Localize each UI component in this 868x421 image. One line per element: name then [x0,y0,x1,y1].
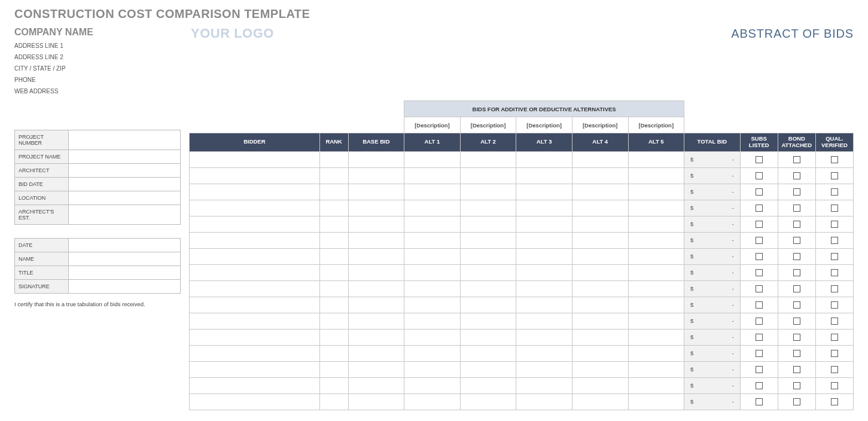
subs-listed-cell[interactable] [740,329,778,345]
alt5-cell[interactable] [628,167,684,184]
value-sign-date[interactable] [69,239,181,252]
alt4-cell[interactable] [572,393,628,410]
bond-attached-cell[interactable] [778,200,815,216]
alt3-cell[interactable] [516,393,572,410]
alt5-cell[interactable] [628,377,684,393]
bond-attached-cell[interactable] [778,151,815,167]
checkbox-icon[interactable] [756,269,763,276]
alt1-cell[interactable] [404,184,461,200]
checkbox-icon[interactable] [831,253,838,260]
checkbox-icon[interactable] [756,205,763,212]
bidder-cell[interactable] [190,313,320,329]
checkbox-icon[interactable] [756,188,763,196]
alt4-cell[interactable] [572,297,628,313]
value-project-number[interactable] [69,130,181,150]
checkbox-icon[interactable] [793,172,800,179]
alt3-cell[interactable] [516,329,572,345]
alt4-cell[interactable] [572,167,628,184]
alt5-cell[interactable] [628,184,684,200]
bond-attached-cell[interactable] [778,297,815,313]
value-architect[interactable] [69,164,181,178]
checkbox-icon[interactable] [756,398,763,405]
alt1-cell[interactable] [404,377,461,393]
checkbox-icon[interactable] [793,188,800,196]
alt5-cell[interactable] [628,280,684,297]
rank-cell[interactable] [319,393,348,410]
alt4-cell[interactable] [572,313,628,329]
checkbox-icon[interactable] [756,253,763,260]
bond-attached-cell[interactable] [778,167,815,184]
checkbox-icon[interactable] [756,285,763,292]
rank-cell[interactable] [319,280,348,297]
alt4-cell[interactable] [572,280,628,297]
subs-listed-cell[interactable] [740,345,778,361]
alt4-cell[interactable] [572,216,628,232]
checkbox-icon[interactable] [756,334,763,341]
checkbox-icon[interactable] [756,221,763,228]
alt2-cell[interactable] [460,313,516,329]
base-bid-cell[interactable] [348,200,404,216]
checkbox-icon[interactable] [831,188,838,196]
base-bid-cell[interactable] [348,151,404,167]
alt3-cell[interactable] [516,184,572,200]
rank-cell[interactable] [319,377,348,393]
alt4-desc[interactable]: [Description] [572,117,628,133]
alt5-cell[interactable] [628,232,684,248]
value-sign-signature[interactable] [69,280,181,294]
bond-attached-cell[interactable] [778,216,815,232]
alt5-cell[interactable] [628,345,684,361]
checkbox-icon[interactable] [756,156,763,163]
qual-verified-cell[interactable] [815,297,853,313]
alt2-cell[interactable] [460,297,516,313]
checkbox-icon[interactable] [831,334,838,341]
alt5-cell[interactable] [628,393,684,410]
checkbox-icon[interactable] [793,205,800,212]
base-bid-cell[interactable] [348,313,404,329]
rank-cell[interactable] [319,167,348,184]
alt4-cell[interactable] [572,248,628,264]
bond-attached-cell[interactable] [778,264,815,280]
checkbox-icon[interactable] [831,285,838,292]
checkbox-icon[interactable] [793,156,800,163]
alt2-cell[interactable] [460,167,516,184]
subs-listed-cell[interactable] [740,151,778,167]
value-sign-name[interactable] [69,252,181,266]
alt5-cell[interactable] [628,329,684,345]
base-bid-cell[interactable] [348,280,404,297]
rank-cell[interactable] [319,313,348,329]
checkbox-icon[interactable] [831,269,838,276]
subs-listed-cell[interactable] [740,393,778,410]
subs-listed-cell[interactable] [740,361,778,377]
alt3-cell[interactable] [516,264,572,280]
qual-verified-cell[interactable] [815,329,853,345]
alt2-desc[interactable]: [Description] [460,117,516,133]
checkbox-icon[interactable] [831,237,838,244]
checkbox-icon[interactable] [756,350,763,357]
alt3-cell[interactable] [516,280,572,297]
checkbox-icon[interactable] [793,334,800,341]
qual-verified-cell[interactable] [815,200,853,216]
qual-verified-cell[interactable] [815,280,853,297]
bidder-cell[interactable] [190,264,320,280]
checkbox-icon[interactable] [793,366,800,373]
bidder-cell[interactable] [190,377,320,393]
checkbox-icon[interactable] [793,398,800,405]
qual-verified-cell[interactable] [815,377,853,393]
checkbox-icon[interactable] [793,221,800,228]
rank-cell[interactable] [319,232,348,248]
alt2-cell[interactable] [460,216,516,232]
qual-verified-cell[interactable] [815,232,853,248]
alt5-cell[interactable] [628,151,684,167]
qual-verified-cell[interactable] [815,248,853,264]
bond-attached-cell[interactable] [778,184,815,200]
base-bid-cell[interactable] [348,264,404,280]
rank-cell[interactable] [319,151,348,167]
checkbox-icon[interactable] [756,301,763,309]
value-sign-title[interactable] [69,266,181,280]
alt2-cell[interactable] [460,151,516,167]
alt2-cell[interactable] [460,345,516,361]
checkbox-icon[interactable] [756,318,763,325]
alt5-cell[interactable] [628,361,684,377]
qual-verified-cell[interactable] [815,361,853,377]
alt5-desc[interactable]: [Description] [628,117,684,133]
